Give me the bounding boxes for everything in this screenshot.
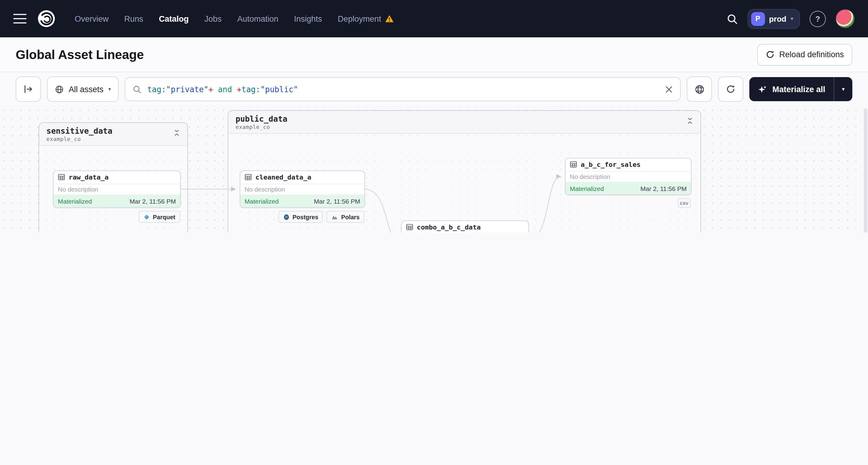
asset-scope-dropdown[interactable]: All assets ▾ <box>47 76 119 102</box>
nav-item-catalog[interactable]: Catalog <box>159 14 189 23</box>
table-icon <box>58 172 65 183</box>
page-header: Global Asset Lineage Reload definitions <box>0 37 868 72</box>
asset-status-row: MaterializedMar 2, 11:56 PM <box>54 194 180 207</box>
hamburger-menu-icon[interactable] <box>13 14 27 24</box>
query-token: + <box>237 85 242 94</box>
reload-definitions-label: Reload definitions <box>779 50 844 59</box>
nav-item-overview[interactable]: Overview <box>75 14 109 23</box>
nav-item-jobs[interactable]: Jobs <box>205 14 222 23</box>
clear-query-button[interactable] <box>665 85 673 93</box>
help-button[interactable]: ? <box>810 10 826 27</box>
asset-node-raw-data-a[interactable]: raw_data_a No description MaterializedMa… <box>53 170 181 208</box>
graph-view-button[interactable] <box>687 76 712 102</box>
asset-description: No description <box>54 184 180 194</box>
asset-scope-label: All assets <box>69 85 103 94</box>
materialize-options-button[interactable]: ▾ <box>834 77 852 101</box>
kind-badge-label: Polars <box>341 214 360 220</box>
asset-description: No description <box>566 172 691 182</box>
parquet-icon <box>143 214 150 220</box>
polars-icon <box>332 214 338 220</box>
primary-nav: Overview Runs Catalog Jobs Automation In… <box>75 14 394 23</box>
query-token: + <box>209 85 213 94</box>
kind-badge-label: Postgres <box>292 214 318 220</box>
table-icon <box>570 159 577 170</box>
chevron-down-icon: ▾ <box>842 86 844 92</box>
deployment-badge: P <box>751 12 765 26</box>
panel-open-icon <box>24 84 33 94</box>
query-token: and <box>213 85 237 94</box>
deployment-switcher[interactable]: P prod ▾ <box>747 9 800 29</box>
query-token: tag: <box>147 85 166 94</box>
help-glyph: ? <box>815 14 820 23</box>
asset-status-row: MaterializedMar 2, 11:56 PM <box>566 182 691 194</box>
lineage-canvas[interactable]: sensitive_data example_co public_data ex… <box>0 106 868 232</box>
postgres-icon <box>283 214 289 220</box>
nav-item-deployment-label: Deployment <box>338 14 381 23</box>
search-icon <box>133 85 142 94</box>
kind-badge-postgres[interactable]: Postgres <box>278 211 323 223</box>
status-timestamp: Mar 2, 11:56 PM <box>314 197 360 205</box>
query-token: "private" <box>166 85 209 94</box>
kind-badge-csv[interactable]: csv <box>677 198 691 208</box>
search-icon[interactable] <box>726 13 738 24</box>
sparkle-icon <box>758 85 767 94</box>
chevron-down-icon: ▾ <box>790 16 793 22</box>
asset-node-a-b-c-for-sales[interactable]: a_b_c_for_sales No description Materiali… <box>565 158 691 195</box>
canvas-scrollbar[interactable] <box>864 108 867 232</box>
navbar-right-cluster: P prod ▾ ? <box>726 9 855 29</box>
query-token: "public" <box>260 85 298 94</box>
page-title: Global Asset Lineage <box>16 47 144 62</box>
asset-name: combo_a_b_c_data <box>417 223 481 231</box>
materialize-all-button[interactable]: Materialize all <box>749 77 834 101</box>
asset-selection-input[interactable]: tag:"private"+ and +tag:"public" <box>125 77 681 101</box>
kind-badge-parquet[interactable]: Parquet <box>138 211 180 223</box>
globe-graph-icon <box>694 84 705 94</box>
scrollbar-thumb[interactable] <box>864 108 867 232</box>
asset-name: a_b_c_for_sales <box>581 161 641 169</box>
user-avatar[interactable] <box>835 9 855 28</box>
globe-icon <box>55 85 64 94</box>
top-navbar: Overview Runs Catalog Jobs Automation In… <box>0 0 868 37</box>
warning-icon <box>384 14 394 23</box>
deployment-name: prod <box>769 14 786 23</box>
materialize-all-split-button: Materialize all ▾ <box>749 77 852 101</box>
table-icon <box>406 222 413 232</box>
open-sidebar-button[interactable] <box>16 76 41 102</box>
kind-badge-label: csv <box>680 201 688 205</box>
table-icon <box>245 172 252 183</box>
lineage-edges <box>0 106 868 232</box>
asset-node-combo-a-b-c-data[interactable]: combo_a_b_c_data No description Material… <box>401 220 529 232</box>
status-timestamp: Mar 2, 11:56 PM <box>640 185 687 192</box>
nav-item-deployment[interactable]: Deployment <box>338 14 394 23</box>
chevron-down-icon: ▾ <box>108 86 111 92</box>
nav-item-insights[interactable]: Insights <box>294 14 322 23</box>
nav-item-automation[interactable]: Automation <box>237 14 279 23</box>
asset-node-cleaned-data-a[interactable]: cleaned_data_a No description Materializ… <box>240 170 365 208</box>
status-label: Materialized <box>245 197 279 205</box>
lineage-toolbar: All assets ▾ tag:"private"+ and +tag:"pu… <box>0 72 868 106</box>
status-label: Materialized <box>570 185 604 192</box>
refresh-icon <box>726 84 736 94</box>
refresh-button[interactable] <box>718 76 743 102</box>
asset-name: raw_data_a <box>69 174 108 181</box>
dagster-lineage-page: Overview Runs Catalog Jobs Automation In… <box>0 0 868 232</box>
kind-badge-polars[interactable]: Polars <box>327 211 365 223</box>
status-timestamp: Mar 2, 11:56 PM <box>129 197 176 205</box>
close-icon <box>665 85 673 93</box>
nav-item-runs[interactable]: Runs <box>124 14 143 23</box>
query-token: tag: <box>242 85 260 94</box>
status-label: Materialized <box>58 197 92 205</box>
kind-badge-label: Parquet <box>153 214 175 220</box>
materialize-all-label: Materialize all <box>772 85 825 94</box>
asset-description: No description <box>240 184 365 194</box>
asset-selection-query[interactable]: tag:"private"+ and +tag:"public" <box>147 85 660 94</box>
asset-status-row: MaterializedMar 2, 11:56 PM <box>240 194 365 207</box>
reload-definitions-button[interactable]: Reload definitions <box>757 44 852 65</box>
reload-icon <box>765 50 774 59</box>
dagster-logo-icon[interactable] <box>37 10 55 28</box>
asset-name: cleaned_data_a <box>255 174 311 181</box>
